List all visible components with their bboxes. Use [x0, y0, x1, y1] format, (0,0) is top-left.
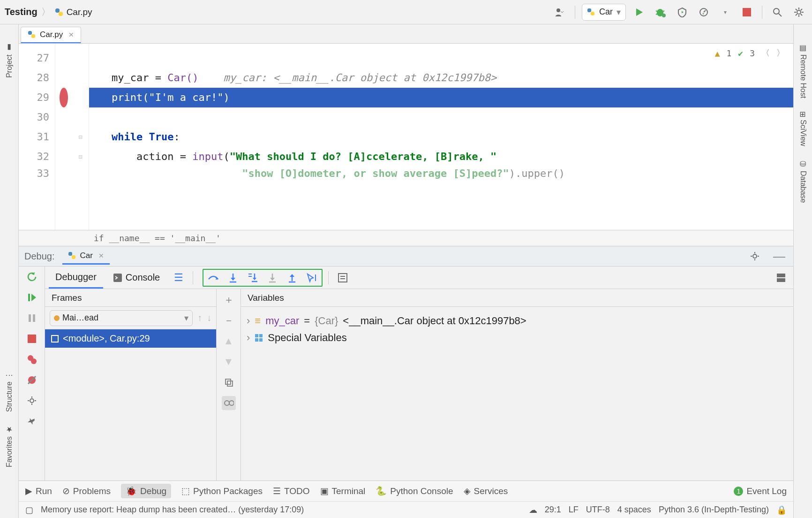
profile-button[interactable]	[695, 4, 712, 21]
variable-row[interactable]: › ≡ my_car = {Car} <__main__.Car object …	[247, 312, 788, 329]
hide-debug-icon[interactable]: —	[771, 248, 788, 265]
debug-settings-icon[interactable]	[25, 394, 38, 407]
run-tool-tab[interactable]: ▶Run	[25, 486, 52, 496]
debug-gear-icon[interactable]	[746, 248, 763, 265]
step-into-my-code-icon[interactable]	[245, 271, 261, 285]
frame-item[interactable]: <module>, Car.py:29	[45, 329, 216, 348]
debug-tool-tab[interactable]: 🐞Debug	[121, 484, 171, 498]
editor-tab-car[interactable]: Car.py ✕	[21, 27, 81, 44]
frames-panel: Frames Mai…ead ▾ ↑ ↓	[45, 289, 217, 480]
event-log-tab[interactable]: 1Event Log	[734, 486, 787, 496]
breakpoint-icon[interactable]	[60, 88, 68, 107]
cursor-position[interactable]: 29:1	[545, 505, 561, 515]
svg-line-22	[796, 14, 797, 15]
show-watches-icon[interactable]	[222, 396, 236, 410]
expand-icon[interactable]: ›	[247, 315, 250, 327]
mute-breakpoints-icon[interactable]	[25, 373, 38, 387]
chevron-up-icon[interactable]: 〈	[761, 47, 770, 59]
indent[interactable]: 4 spaces	[617, 505, 651, 515]
breadcrumb: Testing 〉 Car.py	[5, 6, 92, 18]
breadcrumb-context[interactable]: if __name__ == '__main__'	[19, 230, 793, 246]
encoding[interactable]: UTF-8	[586, 505, 610, 515]
remove-watch-icon[interactable]: －	[222, 313, 236, 328]
frames-title: Frames	[45, 289, 216, 307]
breakpoint-gutter[interactable]	[55, 44, 72, 230]
resume-icon[interactable]	[25, 291, 38, 304]
database-button[interactable]: ⛁Database	[798, 160, 807, 203]
thread-selector[interactable]: Mai…ead ▾	[50, 310, 193, 326]
terminal-tool-tab[interactable]: ▣Terminal	[320, 486, 366, 496]
breadcrumb-file[interactable]: Car.py	[54, 7, 92, 17]
svg-point-39	[30, 399, 34, 403]
coverage-button[interactable]	[674, 4, 691, 21]
force-step-into-icon[interactable]	[264, 271, 280, 285]
sciview-button[interactable]: ⊞SciView	[798, 111, 807, 146]
debugger-tab[interactable]: Debugger	[49, 267, 103, 289]
frames-list[interactable]: <module>, Car.py:29	[45, 329, 216, 480]
more-run-icon[interactable]: ▾	[717, 4, 734, 21]
run-config-selector[interactable]: Car ▾	[582, 4, 626, 21]
breadcrumb-project[interactable]: Testing	[5, 7, 38, 17]
copy-icon[interactable]	[222, 375, 236, 389]
fold-marker-icon[interactable]: ⊟	[72, 127, 89, 147]
prev-frame-icon[interactable]: ↑	[197, 312, 202, 323]
run-button[interactable]	[631, 4, 647, 21]
console-tab[interactable]: Console	[107, 267, 166, 288]
variable-row[interactable]: › Special Variables	[247, 329, 788, 346]
project-tool-button[interactable]: Project▮	[5, 43, 14, 78]
pyconsole-tool-tab[interactable]: 🐍Python Console	[376, 486, 453, 496]
sdk[interactable]: Python 3.6 (In-Depth-Testing)	[659, 505, 769, 515]
pause-icon[interactable]	[25, 312, 38, 325]
close-icon[interactable]: ✕	[98, 252, 104, 259]
close-tab-icon[interactable]: ✕	[68, 31, 74, 38]
lock-icon[interactable]: 🔒	[776, 505, 787, 515]
search-icon[interactable]	[769, 4, 786, 21]
code-area[interactable]: ▲1 ✔3 〈 〉 my_car = Car() my_car: <__main…	[89, 44, 793, 230]
stop-button[interactable]	[738, 4, 755, 21]
debug-button[interactable]	[652, 4, 669, 21]
todo-tool-tab[interactable]: ☰TODO	[273, 486, 310, 496]
view-breakpoints-icon[interactable]	[25, 353, 38, 366]
variables-tree[interactable]: › ≡ my_car = {Car} <__main__.Car object …	[241, 307, 793, 480]
packages-tool-tab[interactable]: ⬚Python Packages	[181, 486, 263, 496]
cloud-icon[interactable]: ☁	[529, 505, 537, 515]
fold-marker-icon[interactable]: ⊟	[72, 147, 89, 167]
inspection-widget[interactable]: ▲1 ✔3 〈 〉	[715, 47, 785, 59]
step-into-icon[interactable]	[225, 271, 241, 285]
thread-label: Mai…ead	[62, 313, 181, 323]
svg-point-14	[797, 10, 801, 14]
run-to-cursor-icon[interactable]	[304, 271, 320, 285]
move-up-icon[interactable]: ▲	[222, 334, 236, 348]
chevron-down-icon[interactable]: 〉	[776, 47, 785, 59]
stop-debug-icon[interactable]	[25, 332, 38, 345]
user-icon[interactable]	[551, 4, 568, 21]
favorites-tool-button[interactable]: Favorites★	[5, 425, 14, 467]
add-watch-icon[interactable]: ＋	[222, 293, 236, 307]
gear-icon[interactable]	[790, 4, 807, 21]
threads-icon[interactable]: ☰	[170, 269, 187, 286]
debug-session-tab[interactable]: Car ✕	[62, 248, 110, 265]
pin-icon[interactable]	[25, 415, 38, 428]
sciview-icon: ⊞	[798, 111, 807, 117]
status-message[interactable]: Memory use report: Heap dump has been cr…	[41, 505, 304, 515]
rerun-icon[interactable]	[25, 270, 38, 283]
evaluate-expression-icon[interactable]	[334, 269, 351, 286]
problems-tool-tab[interactable]: ⊘Problems	[62, 486, 111, 496]
services-tool-tab[interactable]: ◈Services	[464, 486, 508, 496]
expand-icon[interactable]: ›	[247, 332, 250, 344]
move-down-icon[interactable]: ▼	[222, 355, 236, 369]
frame-icon	[51, 335, 59, 343]
svg-rect-0	[55, 8, 60, 13]
step-out-icon[interactable]	[284, 271, 300, 285]
layout-icon[interactable]	[773, 269, 789, 286]
code-editor[interactable]: 27282930313233 ⊟⊟ ▲1 ✔3 〈 〉 my_car = Car…	[19, 43, 793, 230]
remote-host-button[interactable]: ▤Remote Host	[798, 43, 807, 98]
folder-icon: ▮	[5, 43, 14, 52]
next-frame-icon[interactable]: ↓	[207, 312, 211, 323]
python-icon: 🐍	[376, 486, 387, 496]
structure-tool-button[interactable]: Structure⋮	[5, 372, 14, 412]
main-toolbar: Testing 〉 Car.py Car ▾ ▾	[0, 0, 812, 24]
line-separator[interactable]: LF	[569, 505, 579, 515]
step-over-icon[interactable]	[205, 271, 221, 285]
console-icon	[113, 274, 122, 282]
